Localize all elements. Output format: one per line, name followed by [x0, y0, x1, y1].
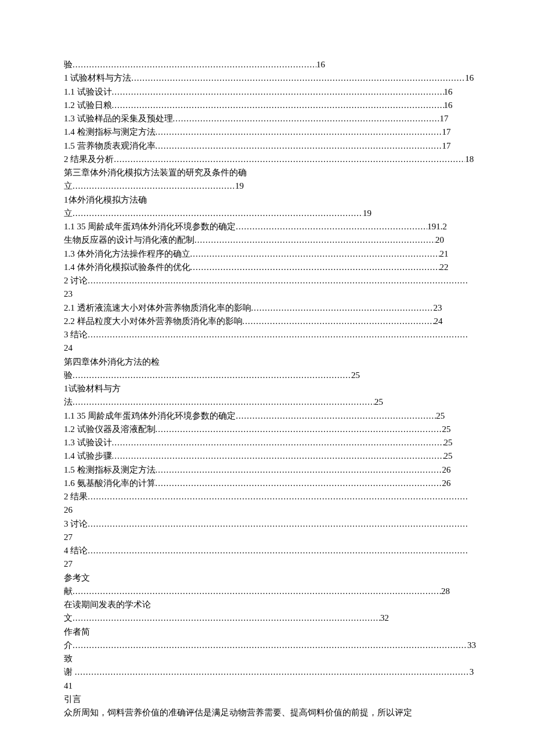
toc-entry: 1.4 体外消化模拟试验条件的优化22	[64, 261, 476, 274]
toc-entry-spread: 参考文	[64, 571, 476, 585]
toc-title: 2 讨论	[64, 276, 88, 285]
toc-title: 3 结论	[64, 330, 88, 339]
toc-leader	[156, 423, 442, 436]
toc-entry: 2.1 透析液流速大小对体外营养物质消化率的影响23	[64, 301, 476, 315]
toc-entry: 1.3 试验样品的采集及预处理17	[64, 112, 476, 125]
toc-entry: 验16	[64, 58, 476, 71]
toc-page-number: 25	[351, 370, 360, 380]
toc-page-number: 17	[440, 114, 449, 123]
toc-leader	[75, 665, 470, 679]
toc-entry: 1.2 试验日粮16	[64, 99, 476, 112]
toc-page-number: 23	[64, 289, 73, 298]
toc-leader	[88, 517, 467, 531]
toc-page-number: 18	[465, 154, 474, 164]
toc-title: 1.5 营养物质表观消化率	[64, 141, 156, 150]
toc-title: 1.5 检测指标及测定方法	[64, 465, 156, 474]
toc-page-number: 26	[442, 465, 451, 474]
toc-entry: 2 结果及分析18	[64, 153, 476, 166]
toc-page-number: 27	[64, 559, 73, 568]
toc-page-number: 16	[444, 87, 453, 96]
toc-page-number: 25	[374, 397, 383, 406]
toc-title: 1.3 试验设计	[64, 438, 112, 447]
toc-title: 立	[64, 208, 73, 218]
toc-title: 2 结果及分析	[64, 154, 114, 164]
toc-entry: 1.3 试验设计25	[64, 436, 476, 449]
toc-entry: 1.3 体外消化方法操作程序的确立21	[64, 247, 476, 261]
toc-entry: 3 讨论27	[64, 517, 476, 545]
toc-title: 谢	[64, 667, 75, 676]
toc-entry-continuation: 验25	[64, 369, 476, 382]
toc-entry: 1.2 试验仪器及溶液配制25	[64, 423, 476, 436]
toc-page-number: 20	[435, 235, 444, 244]
toc-title: 1.3 体外消化方法操作程序的确立	[64, 249, 190, 258]
toc-title: 1.2 试验日粮	[64, 100, 112, 110]
toc-entry-plain: 致	[64, 652, 476, 665]
toc-title: 1.4 体外消化模拟试验条件的优化	[64, 262, 190, 272]
toc-leader	[156, 125, 442, 139]
toc-page-number: 33	[467, 640, 476, 650]
toc-leader	[131, 71, 465, 85]
toc-leader	[73, 58, 316, 71]
toc-entry-continuation: 立19	[64, 207, 476, 220]
toc-page-number: 25	[444, 438, 453, 447]
toc-leader	[236, 220, 427, 233]
toc-page-number: 32	[380, 613, 389, 622]
toc-leader	[114, 153, 465, 166]
toc-entry: 1.1 试验设计16	[64, 85, 476, 99]
toc-title: 1.2 试验仪器及溶液配制	[64, 424, 156, 434]
toc-entry-plain: 41	[64, 679, 476, 693]
toc-leader	[73, 611, 380, 625]
toc-title: 1.2	[436, 222, 447, 231]
toc-entry: 3 结论24	[64, 328, 476, 355]
toc-entry-spread: 第四章体外消化方法的检	[64, 355, 476, 369]
section-heading: 引言	[64, 693, 476, 706]
toc-page-number: 16	[316, 60, 325, 69]
toc-title: 2.1 透析液流速大小对体外营养物质消化率的影响	[64, 303, 251, 312]
toc-leader	[243, 315, 434, 328]
toc-leader	[156, 139, 442, 153]
toc-title: 1.3 试验样品的采集及预处理	[64, 114, 173, 123]
toc-title: 1.4 试验步骤	[64, 451, 112, 460]
toc-leader	[156, 463, 442, 477]
toc-page-number: 19	[235, 181, 244, 190]
toc-leader	[190, 247, 440, 261]
toc-leader	[88, 328, 467, 341]
toc-entry: 1.5 检测指标及测定方法26	[64, 463, 476, 477]
toc-page-number: 24	[64, 343, 73, 352]
toc-entry-merged: 1.1 35 周龄成年蛋鸡体外消化环境参数的确定191.2	[64, 220, 476, 233]
toc-page-number: 25	[436, 411, 445, 420]
toc-entry: 1.6 氨基酸消化率的计算26	[64, 477, 476, 490]
toc-page-number: 25	[442, 424, 451, 434]
toc-title: 法	[64, 397, 73, 406]
toc-title: 2 结果	[64, 492, 88, 501]
toc-entry-continuation: 介33	[64, 639, 476, 652]
toc-leader	[112, 99, 444, 112]
toc-entry: 2.2 样品粒度大小对体外营养物质消化率的影响24	[64, 315, 476, 328]
toc-title: 1.6 氨基酸消化率的计算	[64, 478, 156, 488]
toc-leader	[194, 233, 435, 247]
toc-entry: 2 讨论23	[64, 274, 476, 301]
toc-page-number: 26	[442, 478, 451, 488]
toc-title: 献	[64, 586, 73, 596]
toc-page-number: 24	[434, 316, 443, 326]
toc-leader	[88, 490, 467, 503]
toc-page-number: 17	[442, 127, 451, 136]
toc-leader	[73, 207, 363, 220]
toc-page-number: 16	[444, 100, 453, 110]
toc-entry: 4 结论27	[64, 544, 476, 571]
toc-page-number: 19	[363, 208, 371, 218]
toc-page-number: 28	[441, 586, 450, 596]
toc-entry: 1.1 35 周龄成年蛋鸡体外消化环境参数的确定25	[64, 409, 476, 423]
toc-entry: 2 结果26	[64, 490, 476, 517]
toc-entry-continuation: 文32	[64, 611, 476, 625]
toc-leader	[251, 301, 434, 315]
toc-entry-spread: 在读期间发表的学术论	[64, 598, 476, 611]
toc-entry-continuation: 法25	[64, 395, 476, 409]
toc-entry: 1.4 检测指标与测定方法17	[64, 125, 476, 139]
toc-title: 1.1 35 周龄成年蛋鸡体外消化环境参数的确定	[64, 411, 236, 420]
toc-page-number: 3	[470, 667, 474, 676]
toc-entry: 1 试验材料与方法16	[64, 71, 476, 85]
toc-title: 1 试验材料与方法	[64, 73, 131, 82]
toc-entry: 1.4 试验步骤25	[64, 449, 476, 463]
toc-entry-continuation: 献28	[64, 585, 476, 598]
